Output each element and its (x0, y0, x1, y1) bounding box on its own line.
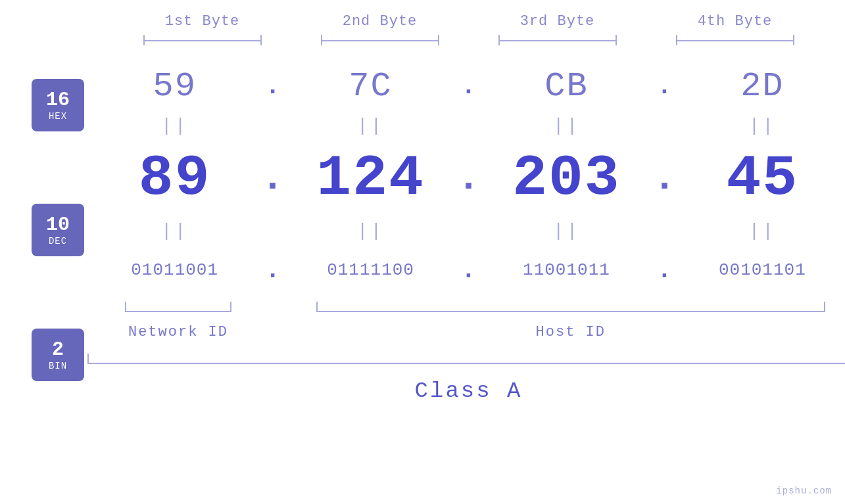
network-id-label: Network ID (92, 324, 264, 340)
dec-dot-3: . (649, 156, 680, 200)
host-id-label: Host ID (297, 324, 845, 340)
byte-header-4: 4th Byte (646, 13, 824, 30)
long-bracket (81, 354, 846, 373)
top-brackets (0, 35, 845, 47)
dec-dot-1: . (257, 156, 288, 200)
equals-row-2: || || || || (92, 218, 845, 244)
bin-cell-3: 11001011 (484, 260, 649, 280)
dec-value-3: 203 (512, 146, 620, 211)
bin-number: 2 (52, 339, 64, 361)
class-label-row: Class A (0, 378, 845, 403)
bottom-brackets (92, 302, 845, 321)
eq1-1: || (92, 116, 257, 136)
bin-value-2: 01111100 (327, 260, 414, 280)
dec-dot-2: . (453, 156, 484, 200)
bracket-1 (114, 35, 291, 47)
dec-cell-4: 45 (680, 146, 845, 211)
eq1-2: || (288, 116, 453, 136)
dec-cell-2: 124 (288, 146, 453, 211)
bin-dot-1: . (257, 256, 288, 285)
network-bracket (92, 302, 264, 321)
bin-badge: 2 BIN (32, 329, 84, 381)
bin-cell-2: 01111100 (288, 260, 453, 280)
bin-value-4: 00101101 (719, 260, 806, 280)
hex-cell-4: 2D (680, 67, 845, 106)
hex-row: 59 . 7C . CB . 2D (92, 60, 845, 112)
host-bracket (297, 302, 845, 321)
bracket-4 (646, 35, 824, 47)
eq1-3: || (484, 116, 649, 136)
bracket-2 (291, 35, 469, 47)
hex-cell-1: 59 (92, 67, 257, 106)
bin-value-1: 01011001 (131, 260, 218, 280)
dec-cell-1: 89 (92, 146, 257, 211)
eq2-2: || (288, 221, 453, 241)
dec-number: 10 (46, 214, 70, 236)
hex-value-4: 2D (740, 67, 784, 106)
bin-cell-1: 01011001 (92, 260, 257, 280)
hex-label: HEX (49, 111, 67, 122)
dec-value-2: 124 (316, 146, 424, 211)
long-bracket-row (0, 354, 845, 373)
byte-header-3: 3rd Byte (469, 13, 646, 30)
hex-dot-2: . (453, 72, 484, 101)
id-labels: Network ID Host ID (92, 324, 845, 340)
hex-value-1: 59 (153, 67, 196, 106)
dec-label: DEC (49, 236, 67, 246)
bin-value-3: 11001011 (523, 260, 610, 280)
bottom-section: Network ID Host ID (0, 302, 845, 340)
hex-dot-1: . (257, 72, 288, 101)
equals-row-1: || || || || (92, 112, 845, 139)
dec-cell-3: 203 (484, 146, 649, 211)
dec-value-4: 45 (727, 146, 799, 211)
bin-row: 01011001 . 01111100 . 11001011 . 0010110… (92, 244, 845, 296)
hex-value-3: CB (544, 67, 588, 106)
hex-number: 16 (46, 89, 70, 111)
byte-header-1: 1st Byte (114, 13, 291, 30)
bracket-3 (469, 35, 646, 47)
hex-dot-3: . (649, 72, 680, 101)
base-labels: 16 HEX 10 DEC 2 BIN (32, 79, 84, 381)
dec-badge: 10 DEC (32, 204, 84, 256)
dec-row: 89 . 124 . 203 . 45 (92, 139, 845, 218)
bin-dot-3: . (649, 256, 680, 285)
eq1-4: || (680, 116, 845, 136)
main-container: 1st Byte 2nd Byte 3rd Byte 4th Byte 16 H… (0, 0, 845, 504)
rows-container: 59 . 7C . CB . 2D || || || || (0, 60, 845, 296)
eq2-1: || (92, 221, 257, 241)
hex-cell-2: 7C (288, 67, 453, 106)
hex-cell-3: CB (484, 67, 649, 106)
hex-badge: 16 HEX (32, 79, 84, 131)
byte-headers-row: 1st Byte 2nd Byte 3rd Byte 4th Byte (0, 13, 845, 30)
bin-dot-2: . (453, 256, 484, 285)
byte-header-2: 2nd Byte (291, 13, 469, 30)
eq2-3: || (484, 221, 649, 241)
eq2-4: || (680, 221, 845, 241)
watermark: ipshu.com (776, 486, 832, 496)
class-label: Class A (415, 378, 523, 403)
bin-label: BIN (49, 361, 67, 371)
bin-cell-4: 00101101 (680, 260, 845, 280)
dec-value-1: 89 (139, 146, 211, 211)
hex-value-2: 7C (349, 67, 392, 106)
